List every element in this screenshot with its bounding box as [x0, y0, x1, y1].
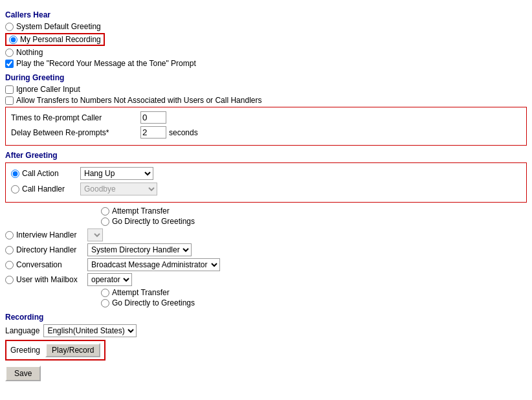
call-action-select[interactable]: Hang Up Take Message Skip Greeting Resta… [80, 167, 153, 180]
delay-row: Delay Between Re-prompts* seconds [11, 126, 521, 139]
go-directly-label-2: Go Directly to Greetings [112, 298, 195, 307]
allow-transfers-checkbox[interactable] [5, 96, 14, 105]
call-action-row: Call Action Hang Up Take Message Skip Gr… [11, 167, 521, 180]
go-directly-row-1: Go Directly to Greetings [101, 217, 527, 226]
attempt-transfer-radio-2[interactable] [101, 289, 109, 297]
save-button[interactable]: Save [5, 366, 41, 381]
after-greeting-sub-options: Attempt Transfer Go Directly to Greeting… [101, 206, 527, 226]
go-directly-radio-1[interactable] [101, 217, 109, 226]
language-row: Language English(United States) Spanish … [5, 324, 527, 337]
call-action-label: Call Action [22, 169, 80, 178]
interview-handler-radio[interactable] [5, 231, 14, 239]
user-with-mailbox-label: User with Mailbox [16, 275, 87, 284]
call-handler-radio[interactable] [11, 185, 19, 194]
ignore-caller-row: Ignore Caller Input [5, 85, 527, 94]
play-prompt-checkbox[interactable] [5, 60, 14, 68]
directory-handler-radio[interactable] [5, 246, 14, 254]
personal-recording-label: My Personal Recording [20, 35, 101, 44]
callers-hear-section: Callers Hear System Default Greeting My … [5, 10, 527, 68]
language-label: Language [5, 326, 39, 335]
attempt-transfer-radio-1[interactable] [101, 207, 109, 216]
ignore-caller-checkbox[interactable] [5, 85, 14, 94]
save-row: Save [5, 366, 527, 381]
times-reprompt-input[interactable] [140, 111, 166, 124]
play-prompt-row: Play the "Record Your Message at the Ton… [5, 59, 527, 68]
personal-recording-radio[interactable] [9, 36, 17, 44]
conversation-row: Conversation Broadcast Message Administr… [5, 258, 527, 271]
system-default-label: System Default Greeting [16, 22, 101, 31]
conversation-radio[interactable] [5, 261, 14, 269]
directory-handler-row: Directory Handler System Directory Handl… [5, 243, 527, 256]
directory-handler-select[interactable]: System Directory Handler [87, 243, 192, 256]
system-default-radio-row: System Default Greeting [5, 22, 527, 31]
system-default-radio[interactable] [5, 23, 14, 31]
after-greeting-title: After Greeting [5, 151, 527, 160]
attempt-transfer-row-2: Attempt Transfer [101, 288, 527, 297]
times-reprompt-label: Times to Re-prompt Caller [11, 113, 140, 122]
delay-input[interactable] [140, 126, 166, 139]
attempt-transfer-label-1: Attempt Transfer [112, 206, 170, 216]
allow-transfers-row: Allow Transfers to Numbers Not Associate… [5, 96, 527, 105]
greeting-label: Greeting [10, 346, 40, 355]
ignore-caller-label: Ignore Caller Input [16, 85, 80, 94]
personal-recording-highlight: My Personal Recording [5, 33, 105, 46]
after-greeting-box: Call Action Hang Up Take Message Skip Gr… [5, 162, 527, 203]
go-directly-label-1: Go Directly to Greetings [112, 217, 195, 226]
during-greeting-title: During Greeting [5, 73, 527, 82]
conversation-select[interactable]: Broadcast Message Administrator [87, 258, 220, 271]
allow-transfers-label: Allow Transfers to Numbers Not Associate… [16, 96, 261, 105]
interview-handler-label: Interview Handler [16, 230, 87, 239]
callers-hear-title: Callers Hear [5, 10, 527, 19]
go-directly-radio-2[interactable] [101, 299, 109, 307]
call-handler-label: Call Handler [22, 184, 80, 194]
play-prompt-label: Play the "Record Your Message at the Ton… [16, 59, 196, 68]
personal-recording-radio-row: My Personal Recording [5, 33, 527, 46]
handler-options-section: Interview Handler Directory Handler Syst… [5, 228, 527, 286]
call-handler-select[interactable]: Goodbye Opening Greeting [80, 183, 157, 195]
recording-title: Recording [5, 313, 527, 322]
delay-unit: seconds [169, 128, 198, 137]
during-greeting-section: During Greeting Ignore Caller Input Allo… [5, 73, 527, 146]
nothing-radio-row: Nothing [5, 48, 527, 57]
language-select[interactable]: English(United States) Spanish French [43, 324, 137, 337]
conversation-label: Conversation [16, 260, 87, 269]
times-reprompt-row: Times to Re-prompt Caller [11, 111, 521, 124]
user-with-mailbox-row: User with Mailbox operator [5, 273, 527, 286]
call-handler-row: Call Handler Goodbye Opening Greeting [11, 183, 521, 195]
call-action-radio[interactable] [11, 170, 19, 178]
after-greeting-section: After Greeting Call Action Hang Up Take … [5, 151, 527, 203]
interview-handler-select[interactable] [87, 228, 103, 241]
user-with-mailbox-select[interactable]: operator [87, 273, 132, 286]
play-record-button[interactable]: Play/Record [45, 343, 100, 357]
attempt-transfer-label-2: Attempt Transfer [112, 288, 170, 297]
user-with-mailbox-radio[interactable] [5, 276, 14, 284]
interview-handler-row: Interview Handler [5, 228, 527, 241]
directory-handler-label: Directory Handler [16, 245, 87, 254]
greeting-row: Greeting Play/Record [5, 340, 105, 361]
nothing-label: Nothing [16, 48, 43, 57]
reprompt-box: Times to Re-prompt Caller Delay Between … [5, 107, 527, 146]
nothing-radio[interactable] [5, 49, 14, 57]
attempt-transfer-row-1: Attempt Transfer [101, 206, 527, 216]
bottom-sub-options: Attempt Transfer Go Directly to Greeting… [101, 288, 527, 307]
recording-section: Recording Language English(United States… [5, 313, 527, 366]
go-directly-row-2: Go Directly to Greetings [101, 298, 527, 307]
delay-label: Delay Between Re-prompts* [11, 128, 140, 137]
